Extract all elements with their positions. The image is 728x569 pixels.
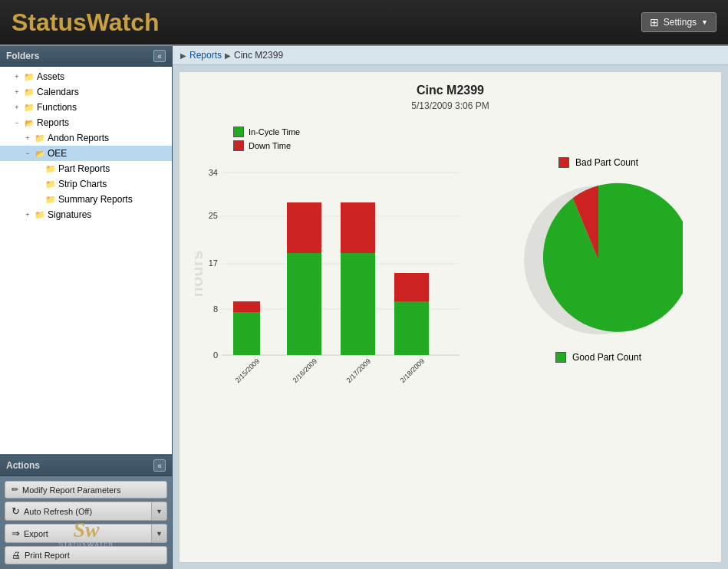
sidebar-item-signatures[interactable]: + 📁 Signatures — [0, 207, 172, 222]
sidebar-item-label-andon: Andon Reports — [48, 133, 109, 143]
breadcrumb: ▶ Reports ▶ Cinc M2399 — [173, 46, 728, 65]
sidebar: Folders « + 📁 Assets + 📁 Calendars — [0, 46, 173, 569]
bar3-green — [341, 253, 375, 355]
app-logo: StatusWatch — [12, 8, 160, 37]
bar2-red — [287, 202, 321, 253]
folder-icon-calendars: 📁 — [23, 86, 35, 98]
sidebar-item-summary-reports[interactable]: 📁 Summary Reports — [0, 192, 172, 207]
folders-panel: Folders « + 📁 Assets + 📁 Calendars — [0, 46, 172, 455]
folder-icon-oee: 📂 — [34, 147, 46, 160]
sw-logo: Sw StatusWatch — [58, 519, 114, 548]
sidebar-item-calendars[interactable]: + 📁 Calendars — [0, 84, 172, 100]
folder-icon-strip-charts: 📁 — [44, 178, 57, 190]
sidebar-item-label-summary-reports: Summary Reports — [58, 194, 133, 205]
folder-icon-summary-reports: 📁 — [44, 193, 57, 206]
folders-collapse-button[interactable]: « — [153, 50, 166, 62]
folders-panel-header: Folders « — [0, 46, 172, 67]
actions-title: Actions — [6, 460, 40, 471]
expand-icon-reports: − — [12, 118, 21, 127]
bar4-red — [394, 273, 429, 301]
expand-icon-functions: + — [12, 103, 21, 112]
charts-container: In-Cycle Time Down Time 34 25 — [195, 127, 706, 404]
folder-icon-part-reports: 📁 — [44, 163, 57, 175]
expand-icon-strip-charts — [34, 179, 43, 189]
settings-button[interactable]: ⊞ Settings ▼ — [641, 12, 716, 32]
bar3-red — [341, 202, 375, 253]
modify-icon: ✏ — [12, 485, 18, 495]
logo-part1: Status — [12, 8, 87, 36]
pie-bad-label-area: Bad Part Count — [558, 157, 638, 168]
pie-chart-svg — [514, 176, 683, 344]
sidebar-item-part-reports[interactable]: 📁 Part Reports — [0, 161, 172, 176]
modify-report-button[interactable]: ✏ Modify Report Parameters — [5, 481, 167, 498]
sidebar-item-label-signatures: Signatures — [48, 209, 91, 220]
bar-chart-container: In-Cycle Time Down Time 34 25 — [195, 127, 476, 404]
y-label-0: 0 — [213, 350, 218, 360]
sidebar-item-label-calendars: Calendars — [37, 87, 79, 97]
sidebar-item-label-part-reports: Part Reports — [58, 163, 110, 174]
bar-chart-svg: 34 25 17 8 0 hours — [195, 159, 471, 404]
sidebar-item-functions[interactable]: + 📁 Functions — [0, 100, 172, 115]
bottom-logo: Sw StatusWatch — [0, 511, 173, 552]
folder-icon-andon: 📁 — [34, 132, 46, 144]
report-content: Cinc M2399 5/13/2009 3:06 PM In-Cycle Ti… — [180, 72, 721, 562]
report-date: 5/13/2009 3:06 PM — [195, 100, 706, 111]
pie-good-label-area: Good Part Count — [555, 352, 641, 363]
bar2-green — [287, 253, 321, 355]
breadcrumb-arrow-2: ▶ — [225, 51, 231, 60]
content-area: ▶ Reports ▶ Cinc M2399 Cinc M2399 5/13/2… — [173, 46, 728, 569]
breadcrumb-arrow-1: ▶ — [180, 51, 186, 60]
actions-panel-header: Actions « — [0, 456, 172, 476]
actions-collapse-button[interactable]: « — [153, 459, 166, 472]
report-area: Cinc M2399 5/13/2009 3:06 PM In-Cycle Ti… — [179, 71, 722, 563]
breadcrumb-reports[interactable]: Reports — [189, 50, 222, 61]
expand-icon-part-reports — [34, 164, 43, 173]
legend-label-incycle: In-Cycle Time — [249, 127, 300, 136]
expand-icon-summary-reports — [34, 195, 43, 204]
folders-title: Folders — [6, 51, 39, 61]
expand-icon-oee: − — [23, 149, 32, 158]
sidebar-item-reports[interactable]: − 📂 Reports — [0, 115, 172, 130]
report-title: Cinc M2399 — [195, 84, 706, 97]
bar2-label: 2/16/2009 — [292, 357, 318, 384]
folder-tree: + 📁 Assets + 📁 Calendars + 📁 Functions — [0, 67, 172, 454]
sw-logo-text: StatusWatch — [58, 541, 114, 548]
sidebar-item-oee[interactable]: − 📂 OEE — [0, 146, 172, 161]
sidebar-item-label-assets: Assets — [37, 71, 64, 82]
expand-icon-andon: + — [23, 133, 32, 143]
settings-dropdown-icon: ▼ — [701, 18, 708, 26]
expand-icon-calendars: + — [12, 87, 21, 97]
legend-swatch-downtime — [233, 140, 244, 151]
sw-logo-mark: Sw — [73, 519, 99, 541]
sidebar-item-andon[interactable]: + 📁 Andon Reports — [0, 130, 172, 146]
logo-part2: Watch — [87, 8, 160, 36]
bar1-red — [233, 301, 260, 312]
bar1-green — [233, 312, 260, 355]
legend-item-downtime: Down Time — [233, 140, 476, 151]
sidebar-item-label-functions: Functions — [37, 102, 77, 113]
folder-icon-functions: 📁 — [23, 101, 35, 113]
y-label-34: 34 — [209, 168, 218, 177]
folder-icon-reports: 📂 — [23, 117, 35, 129]
legend-label-downtime: Down Time — [249, 141, 291, 150]
sidebar-item-label-reports: Reports — [37, 117, 69, 128]
app-header: StatusWatch ⊞ Settings ▼ — [0, 0, 728, 46]
sidebar-item-assets[interactable]: + 📁 Assets — [0, 69, 172, 84]
legend-item-incycle: In-Cycle Time — [233, 127, 476, 137]
folder-icon-signatures: 📁 — [34, 209, 46, 221]
pie-bad-swatch — [558, 157, 569, 168]
settings-label: Settings — [664, 17, 697, 28]
sidebar-item-strip-charts[interactable]: 📁 Strip Charts — [0, 176, 172, 192]
bar-chart-legend: In-Cycle Time Down Time — [233, 127, 476, 151]
y-axis-label: hours — [195, 250, 206, 297]
pie-bad-label: Bad Part Count — [575, 157, 638, 168]
main-layout: Folders « + 📁 Assets + 📁 Calendars — [0, 46, 728, 569]
expand-icon-assets: + — [12, 72, 21, 81]
pie-good-label: Good Part Count — [572, 352, 641, 363]
pie-chart-container: Bad Part Count — [491, 127, 706, 363]
y-label-8: 8 — [213, 304, 218, 314]
legend-swatch-incycle — [233, 127, 244, 137]
y-label-17: 17 — [209, 258, 218, 268]
bar4-label: 2/18/2009 — [399, 357, 426, 384]
modify-label: Modify Report Parameters — [22, 485, 120, 495]
